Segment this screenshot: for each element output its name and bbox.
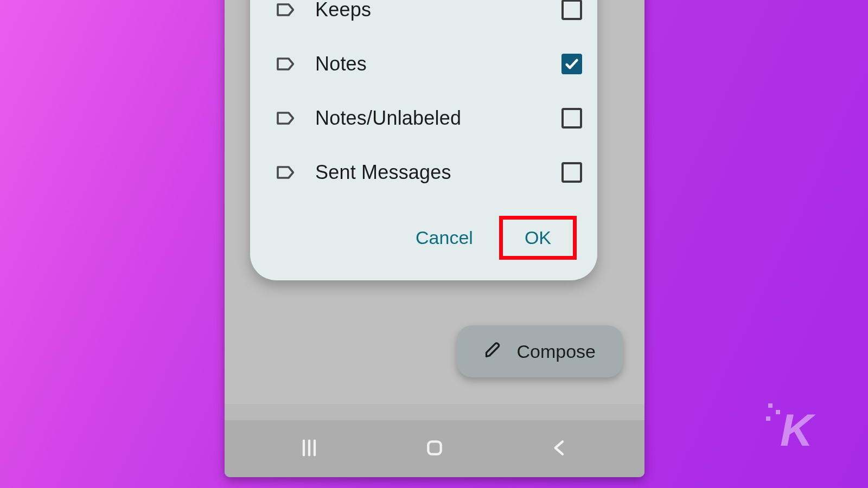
checkbox-notes[interactable]: [561, 54, 582, 74]
label-text: Notes/Unlabeled: [315, 107, 561, 130]
pencil-icon: [484, 339, 503, 363]
svg-rect-6: [766, 416, 770, 421]
nav-home-button[interactable]: [380, 437, 489, 461]
checkbox-notes-unlabeled[interactable]: [561, 108, 582, 129]
compose-button[interactable]: Compose: [457, 325, 623, 377]
svg-text:K: K: [780, 404, 816, 454]
watermark-k: K: [766, 400, 826, 457]
label-text: Sent Messages: [315, 161, 561, 184]
label-text: Keeps: [315, 0, 561, 21]
dialog-actions: Cancel OK: [250, 200, 597, 272]
checkbox-keeps[interactable]: [561, 0, 582, 20]
label-icon: [275, 0, 297, 21]
checkbox-sent-messages[interactable]: [561, 162, 582, 183]
label-row-notes-unlabeled[interactable]: Notes/Unlabeled: [250, 91, 597, 145]
nav-recents-button[interactable]: [255, 437, 363, 461]
label-icon: [275, 53, 297, 75]
ok-button[interactable]: OK: [499, 216, 577, 260]
label-row-sent-messages[interactable]: Sent Messages: [250, 145, 597, 200]
nav-back-button[interactable]: [506, 437, 614, 461]
back-icon: [549, 437, 571, 461]
recents-icon: [298, 437, 320, 461]
home-icon: [424, 437, 445, 461]
label-picker-dialog: Deleted Messages Keeps Notes: [250, 0, 597, 280]
svg-rect-5: [776, 410, 780, 414]
svg-rect-4: [768, 403, 773, 408]
svg-rect-3: [428, 441, 441, 454]
label-row-keeps[interactable]: Keeps: [250, 0, 597, 37]
label-icon: [275, 162, 297, 183]
cancel-button[interactable]: Cancel: [399, 216, 489, 259]
system-navbar: [225, 420, 644, 477]
label-text: Notes: [315, 53, 561, 75]
label-row-notes[interactable]: Notes: [250, 37, 597, 91]
compose-label: Compose: [516, 341, 596, 362]
label-icon: [275, 107, 297, 129]
phone-frame: Compose Deleted Messages Keeps: [225, 0, 644, 477]
